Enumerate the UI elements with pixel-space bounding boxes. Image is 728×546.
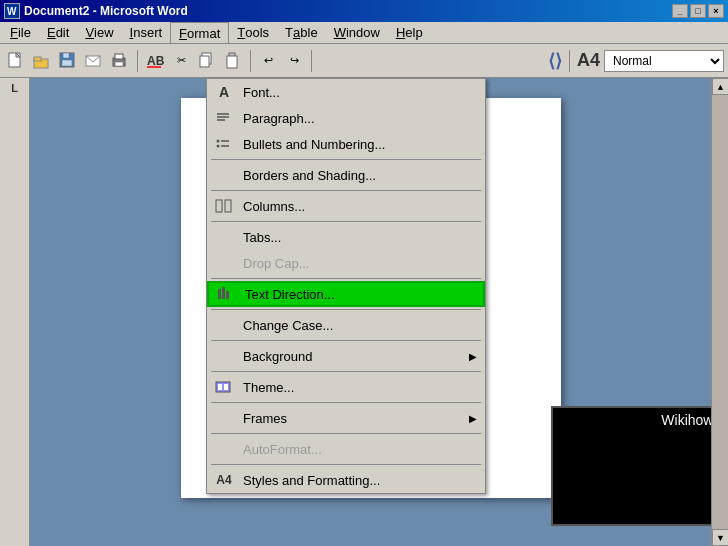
sep-6 xyxy=(211,340,481,341)
menu-paragraph[interactable]: Paragraph... xyxy=(207,105,485,131)
bullets-icon xyxy=(213,133,235,155)
menu-window[interactable]: Window xyxy=(326,22,388,43)
new-button[interactable] xyxy=(4,49,28,73)
svg-rect-7 xyxy=(63,53,69,58)
menu-textdir[interactable]: Text Direction... xyxy=(207,281,485,307)
theme-icon xyxy=(213,376,235,398)
left-margin: L xyxy=(0,78,30,546)
cut-button[interactable]: ✂ xyxy=(169,49,193,73)
separator-3 xyxy=(311,50,312,72)
window-controls: _ □ × xyxy=(672,4,724,18)
word-count-icon: ⟨⟩ xyxy=(548,50,562,72)
separator-4 xyxy=(569,50,570,72)
menu-tools[interactable]: Tools xyxy=(229,22,277,43)
margin-label: L xyxy=(11,82,18,94)
scrollbar: ▲ ▼ xyxy=(711,78,728,546)
print-button[interactable] xyxy=(108,49,132,73)
menu-background[interactable]: Background ▶ xyxy=(207,343,485,369)
undo-button[interactable]: ↩ xyxy=(256,49,280,73)
format-dropdown-menu: A Font... Paragraph... Bullets and Numbe… xyxy=(206,78,486,494)
menu-file[interactable]: File xyxy=(2,22,39,43)
menu-borders[interactable]: Borders and Shading... xyxy=(207,162,485,188)
menu-format[interactable]: Format xyxy=(170,22,229,43)
open-button[interactable] xyxy=(30,49,54,73)
svg-point-24 xyxy=(217,145,220,148)
svg-rect-26 xyxy=(216,200,222,212)
scroll-track[interactable] xyxy=(712,95,728,529)
svg-rect-28 xyxy=(218,289,221,299)
menu-help[interactable]: Help xyxy=(388,22,431,43)
menu-changecase[interactable]: Change Case... xyxy=(207,312,485,338)
maximize-button[interactable]: □ xyxy=(690,4,706,18)
separator-2 xyxy=(250,50,251,72)
svg-rect-18 xyxy=(227,56,237,68)
menu-insert[interactable]: Insert xyxy=(122,22,171,43)
svg-rect-16 xyxy=(200,56,209,67)
menu-bullets[interactable]: Bullets and Numbering... xyxy=(207,131,485,157)
scroll-down-button[interactable]: ▼ xyxy=(712,529,728,546)
sep-5 xyxy=(211,309,481,310)
svg-rect-8 xyxy=(62,60,72,66)
menu-tabs[interactable]: Tabs... xyxy=(207,224,485,250)
menu-dropcap[interactable]: Drop Cap... xyxy=(207,250,485,276)
menu-font[interactable]: A Font... xyxy=(207,79,485,105)
menu-view[interactable]: View xyxy=(77,22,121,43)
svg-rect-33 xyxy=(224,384,228,390)
svg-text:ABC: ABC xyxy=(147,54,164,68)
close-button[interactable]: × xyxy=(708,4,724,18)
style-dropdown[interactable]: Normal xyxy=(604,50,724,72)
page-image: Wikihow.com xyxy=(551,406,711,526)
sep-9 xyxy=(211,433,481,434)
sep-10 xyxy=(211,464,481,465)
svg-rect-5 xyxy=(34,57,41,61)
sep-4 xyxy=(211,278,481,279)
svg-point-22 xyxy=(217,140,220,143)
title-bar: W Document2 - Microsoft Word _ □ × xyxy=(0,0,728,22)
redo-button[interactable]: ↪ xyxy=(282,49,306,73)
font-icon: A xyxy=(213,81,235,103)
menu-bar: File Edit View Insert Format Tools Table… xyxy=(0,22,728,44)
sep-1 xyxy=(211,159,481,160)
menu-autoformat[interactable]: AutoFormat... xyxy=(207,436,485,462)
minimize-button[interactable]: _ xyxy=(672,4,688,18)
styles-icon: A4 xyxy=(213,469,235,491)
sep-7 xyxy=(211,371,481,372)
svg-rect-12 xyxy=(115,62,123,66)
textdir-icon xyxy=(215,283,237,305)
svg-text:W: W xyxy=(7,6,17,17)
scroll-up-button[interactable]: ▲ xyxy=(712,78,728,95)
svg-rect-11 xyxy=(115,54,123,59)
svg-rect-29 xyxy=(222,287,225,299)
paste-button[interactable] xyxy=(221,49,245,73)
menu-table[interactable]: Table xyxy=(277,22,326,43)
heading-icon: A4 xyxy=(577,50,600,71)
svg-rect-30 xyxy=(226,291,229,299)
email-button[interactable] xyxy=(82,49,106,73)
svg-rect-32 xyxy=(218,384,222,390)
save-button[interactable] xyxy=(56,49,80,73)
menu-columns[interactable]: Columns... xyxy=(207,193,485,219)
columns-icon xyxy=(213,195,235,217)
paragraph-icon xyxy=(213,107,235,129)
separator-1 xyxy=(137,50,138,72)
background-arrow: ▶ xyxy=(469,351,477,362)
menu-theme[interactable]: Theme... xyxy=(207,374,485,400)
app-icon: W xyxy=(4,3,20,19)
menu-edit[interactable]: Edit xyxy=(39,22,77,43)
sep-2 xyxy=(211,190,481,191)
sep-3 xyxy=(211,221,481,222)
frames-arrow: ▶ xyxy=(469,413,477,424)
menu-styles[interactable]: A4 Styles and Formatting... xyxy=(207,467,485,493)
window-title: Document2 - Microsoft Word xyxy=(24,4,188,18)
page-image-text: Wikihow.com xyxy=(661,412,711,428)
svg-rect-27 xyxy=(225,200,231,212)
spelcheck-button[interactable]: ABC xyxy=(143,49,167,73)
menu-frames[interactable]: Frames ▶ xyxy=(207,405,485,431)
sep-8 xyxy=(211,402,481,403)
copy-button[interactable] xyxy=(195,49,219,73)
toolbar: ABC ✂ ↩ ↪ ⟨⟩ A4 Normal xyxy=(0,44,728,78)
